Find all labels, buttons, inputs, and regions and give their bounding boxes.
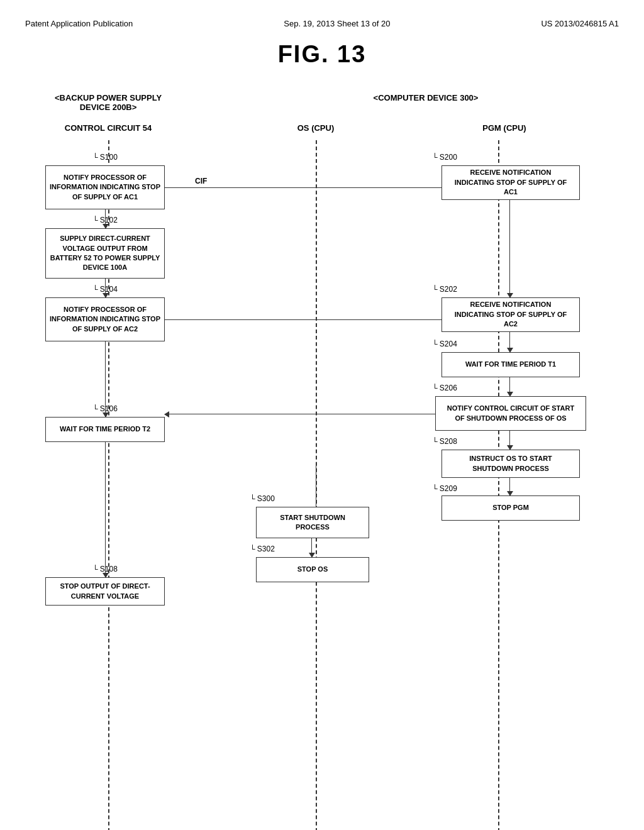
arrow-v-s200-s202 [509,200,510,297]
box-s302: STOP OS [256,557,369,582]
box-s106: WAIT FOR TIME PERIOD T2 [45,417,165,442]
step-s100-label: └ S100 [92,153,118,162]
arrow-v-s104-s106 [105,341,106,417]
step-s204-label: └ S204 [432,340,457,348]
col1-sub: CONTROL CIRCUIT 54 [52,123,165,133]
figure-title: FIG. 13 [25,41,619,68]
step-s300-label: └ S300 [250,494,275,503]
arrow-v-s106-s108 [105,442,106,577]
step-s209-label: └ S209 [432,484,457,493]
box-s102: SUPPLY DIRECT-CURRENTVOLTAGE OUTPUT FROM… [45,228,165,279]
box-s202: RECEIVE NOTIFICATIONINDICATING STOP OF S… [441,297,580,332]
arrow-s100-s200 [165,187,467,188]
arrow-v-s102-s104 [105,279,106,297]
arrow-v-s300-s302 [311,538,312,557]
arrow-v-s100-s102 [105,209,106,228]
arrow-v-s208-s209 [509,478,510,495]
page: Patent Application Publication Sep. 19, … [0,0,644,830]
header-right: US 2013/0246815 A1 [541,19,619,28]
box-s108: STOP OUTPUT OF DIRECT-CURRENT VOLTAGE [45,577,165,606]
box-s204: WAIT FOR TIME PERIOD T1 [441,352,580,377]
header-left: Patent Application Publication [25,19,133,28]
cif-label: CIF [195,177,207,185]
col2-sub2: PGM (CPU) [441,123,567,133]
box-s209: STOP PGM [441,495,580,521]
box-s206: NOTIFY CONTROL CIRCUIT OF STARTOF SHUTDO… [435,396,586,431]
step-s208-label: └ S208 [432,437,457,446]
page-header: Patent Application Publication Sep. 19, … [25,13,619,28]
col2-header: <COMPUTER DEVICE 300> [284,93,567,102]
step-s200-label: └ S200 [432,153,457,162]
step-s206-label: └ S206 [432,384,457,392]
arrow-v-s204-s206 [509,377,510,396]
step-s302-label: └ S302 [250,545,275,553]
col1-header: <BACKUP POWER SUPPLYDEVICE 200B> [45,93,171,112]
vline-col3 [498,140,499,830]
box-s300: START SHUTDOWNPROCESS [256,507,369,538]
col2-sub1: OS (CPU) [272,123,360,133]
header-center: Sep. 19, 2013 Sheet 13 of 20 [284,19,390,28]
arrow-s206-s106 [165,414,435,414]
box-s200: RECEIVE NOTIFICATIONINDICATING STOP OF S… [441,165,580,200]
box-s208: INSTRUCT OS TO STARTSHUTDOWN PROCESS [441,450,580,478]
diagram: <BACKUP POWER SUPPLYDEVICE 200B> <COMPUT… [39,93,605,804]
arrow-s104-s202 [165,319,467,320]
step-s202-label: └ S202 [432,285,457,294]
box-s100: NOTIFY PROCESSOR OFINFORMATION INDICATIN… [45,165,165,209]
arrow-v-s202-s204 [509,332,510,352]
box-s104: NOTIFY PROCESSOR OFINFORMATION INDICATIN… [45,297,165,341]
arrow-v-s206-s208 [509,431,510,450]
